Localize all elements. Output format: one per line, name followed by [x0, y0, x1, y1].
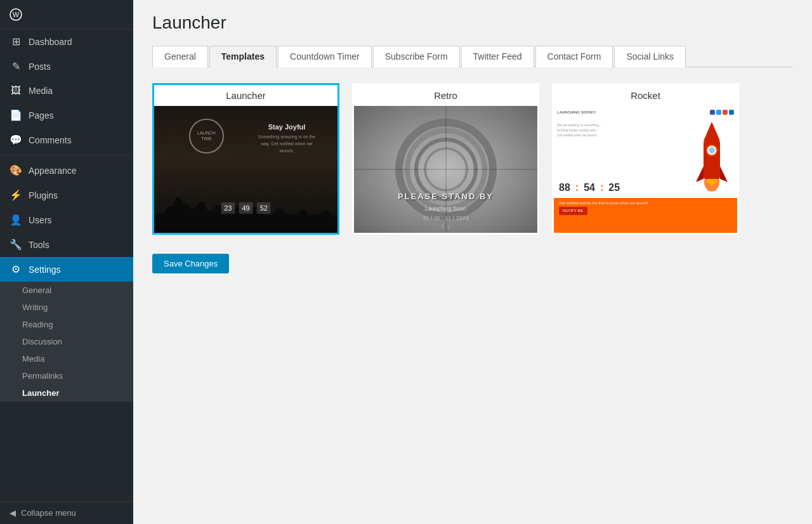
countdown-hours: 49 [239, 202, 252, 214]
pages-icon: 📄 [10, 109, 22, 121]
template-rocket-preview: LAUNCHING SOON!!! We are working on some… [554, 106, 737, 233]
tab-countdown[interactable]: Countdown Timer [278, 46, 372, 67]
sidebar-item-media[interactable]: 🖼 Media [0, 79, 133, 103]
retro-launching: Launching Soon [425, 206, 466, 212]
tools-icon: 🔧 [10, 239, 22, 251]
rocket-sep2: : [600, 182, 603, 193]
tab-twitter[interactable]: Twitter Feed [461, 46, 534, 67]
wp-logo-icon: W [10, 8, 22, 21]
rocket-footer-text: Get notified and be the first to know wh… [554, 198, 737, 218]
svg-point-7 [709, 147, 715, 154]
sidebar-item-dashboard[interactable]: ⊞ Dashboard [0, 29, 133, 54]
template-retro-preview: PLEASE STAND BY Launching Soon 31 / 36 :… [354, 106, 537, 233]
rocket-tw-icon [716, 110, 721, 115]
retro-facebook-icon: f [442, 224, 443, 230]
appearance-icon: 🎨 [10, 164, 22, 176]
dashboard-icon: ⊞ [10, 36, 22, 48]
template-grid: Launcher LAUNCHTIME Stay Joyful Somethin… [152, 83, 793, 235]
submenu-reading[interactable]: Reading [0, 316, 133, 333]
sidebar-item-comments[interactable]: 💬 Comments [0, 128, 133, 152]
submenu-writing[interactable]: Writing [0, 299, 133, 316]
rocket-hours: 54 [584, 182, 595, 193]
sidebar-item-pages[interactable]: 📄 Pages [0, 103, 133, 128]
rocket-countdown-display: 88 : 54 : 25 [559, 182, 620, 193]
template-card-launcher[interactable]: Launcher LAUNCHTIME Stay Joyful Somethin… [152, 83, 339, 235]
retro-stand-by: PLEASE STAND BY [398, 192, 494, 201]
rocket-illustration [690, 115, 734, 192]
sidebar-logo: W [0, 0, 133, 29]
sidebar-item-users[interactable]: 👤 Users [0, 207, 133, 232]
rocket-header-text: LAUNCHING SOON!!! [557, 110, 596, 114]
sidebar-item-appearance[interactable]: 🎨 Appearance [0, 158, 133, 183]
template-card-rocket[interactable]: Rocket LAUNCHING SOON!!! [552, 83, 739, 235]
rocket-li-icon [729, 110, 734, 115]
retro-social-icons: f t [442, 224, 450, 230]
rocket-notify-btn: NOTIFY ME [559, 207, 587, 216]
template-retro-title: Retro [354, 85, 537, 106]
tab-general[interactable]: General [152, 46, 208, 67]
retro-date: 31 / 36 : 11 / 1974 [422, 215, 469, 221]
tabs-bar: General Templates Countdown Timer Subscr… [152, 46, 793, 67]
page-title: Launcher [152, 13, 793, 33]
svg-marker-5 [704, 122, 720, 141]
rocket-mins: 25 [608, 182, 620, 193]
countdown-mins: 52 [257, 202, 271, 214]
collapse-menu-button[interactable]: ◀ Collapse menu [0, 501, 133, 524]
rocket-days: 88 [559, 182, 570, 193]
submenu-launcher[interactable]: Launcher [0, 384, 133, 402]
retro-twitter-icon: t [449, 224, 450, 230]
save-changes-button[interactable]: Save Changes [152, 254, 229, 273]
sidebar: W ⊞ Dashboard ✎ Posts 🖼 Media 📄 Pages 💬 … [0, 0, 133, 524]
collapse-icon: ◀ [10, 508, 16, 518]
tab-contact[interactable]: Contact Form [535, 46, 613, 67]
nav-separator-1 [0, 155, 133, 155]
plugins-icon: ⚡ [10, 189, 22, 201]
sidebar-item-tools[interactable]: 🔧 Tools [0, 232, 133, 257]
rocket-social-icons [710, 110, 734, 115]
posts-icon: ✎ [10, 60, 22, 72]
rocket-sep1: : [575, 182, 579, 193]
sidebar-item-plugins[interactable]: ⚡ Plugins [0, 183, 133, 207]
launcher-countdown: 23 49 52 [221, 202, 271, 214]
svg-marker-9 [720, 166, 728, 182]
svg-marker-8 [696, 166, 704, 182]
template-launcher-preview: LAUNCHTIME Stay Joyful Something amazing… [154, 106, 337, 233]
main-content: Launcher General Templates Countdown Tim… [133, 0, 812, 524]
template-rocket-title: Rocket [554, 85, 737, 106]
tab-templates[interactable]: Templates [209, 46, 277, 67]
rocket-svg [690, 115, 734, 192]
submenu-discussion[interactable]: Discussion [0, 333, 133, 350]
submenu-general[interactable]: General [0, 282, 133, 299]
sidebar-item-settings[interactable]: ⚙ Settings [0, 257, 133, 282]
countdown-days: 23 [221, 202, 235, 214]
submenu-permalinks[interactable]: Permalinks [0, 367, 133, 384]
submenu-media[interactable]: Media [0, 350, 133, 367]
users-icon: 👤 [10, 214, 22, 226]
rocket-footer-bar: Get notified and be the first to know wh… [554, 198, 737, 233]
tab-subscribe[interactable]: Subscribe Form [373, 46, 460, 67]
template-launcher-title: Launcher [154, 85, 337, 106]
tab-social[interactable]: Social Links [614, 46, 686, 67]
sidebar-item-posts[interactable]: ✎ Posts [0, 54, 133, 79]
rocket-body-content: We are working on something... Exciting … [557, 120, 699, 138]
template-card-retro[interactable]: Retro PLEASE STAND BY Launching Soon [352, 83, 539, 235]
comments-icon: 💬 [10, 134, 22, 146]
settings-icon: ⚙ [10, 263, 22, 275]
svg-text:W: W [13, 11, 20, 18]
media-icon: 🖼 [10, 85, 22, 96]
rocket-gp-icon [723, 110, 728, 115]
rocket-fb-icon [710, 110, 715, 115]
settings-submenu: General Writing Reading Discussion Media… [0, 282, 133, 402]
